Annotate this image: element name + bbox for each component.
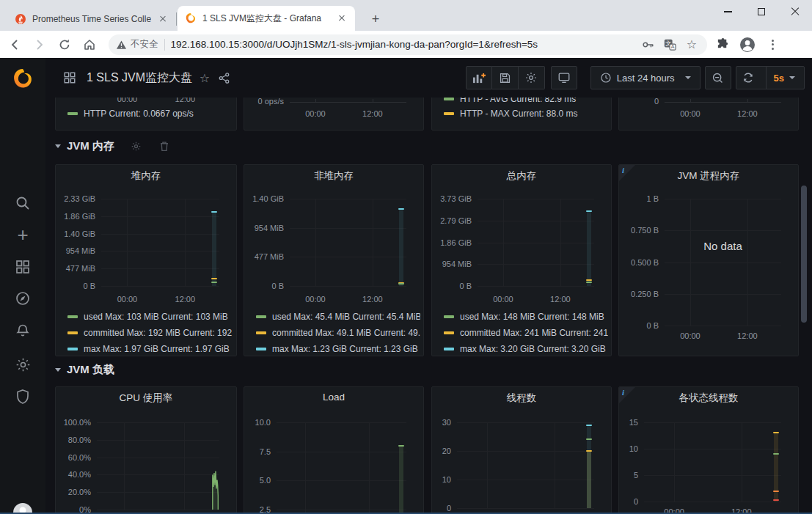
translate-icon[interactable]: 文A	[662, 37, 678, 53]
close-tab-icon[interactable]	[157, 13, 169, 25]
close-tab-icon[interactable]	[336, 12, 348, 24]
address-bar[interactable]: 不安全 192.168.100.15:3000/d/UOJjh1SMz/1-sl…	[109, 34, 707, 55]
shield-icon[interactable]	[0, 386, 45, 407]
new-tab-button[interactable]: +	[367, 10, 384, 28]
home-button[interactable]	[79, 34, 100, 55]
legend-item[interactable]: committed Max: 192 MiB Current: 192 MiB	[67, 326, 233, 339]
add-panel-button[interactable]	[466, 66, 492, 89]
clipped-panel-content: 00:0012:00HTTP Current: 0.0667 ops/s	[56, 98, 236, 130]
legend-swatch	[67, 331, 78, 334]
panel-title[interactable]: JVM 进程内存	[619, 169, 798, 183]
extensions-icon[interactable]	[713, 35, 732, 54]
v-gridline	[127, 199, 128, 286]
plot-area[interactable]: 3.73 GiB2.79 GiB1.86 GiB954 MiB0 B	[478, 199, 594, 286]
series-line	[773, 453, 779, 455]
legend-swatch	[67, 348, 78, 350]
row-trash-icon[interactable]	[159, 141, 169, 152]
prometheus-favicon-icon	[15, 13, 26, 25]
x-tick-label: 00:00	[680, 331, 701, 340]
plot-area[interactable]: 1.40 GiB954 MiB477 MiB0 B	[290, 199, 406, 286]
grafana-logo[interactable]	[0, 65, 45, 93]
plus-icon[interactable]: +	[0, 224, 45, 245]
time-range-picker[interactable]: Last 24 hours	[590, 66, 701, 89]
minimize-button[interactable]	[711, 0, 745, 23]
y-tick-label: 954 MiB	[56, 246, 95, 255]
gear-icon[interactable]	[0, 354, 45, 375]
plot-area[interactable]: 100.0%80.0%60.0%40.0%20.0%0%	[97, 422, 219, 510]
legend-item[interactable]: max Max: 1.97 GiB Current: 1.97 GiB	[67, 342, 233, 356]
legend-item[interactable]: HTTP - MAX Current: 88.0 ms	[432, 106, 611, 121]
legend-item[interactable]: max Max: 3.20 GiB Current: 3.20 GiB	[444, 342, 608, 356]
scrollbar-thumb[interactable]	[801, 186, 807, 323]
reload-button[interactable]	[54, 34, 75, 55]
maximize-button[interactable]	[745, 0, 778, 23]
panel-title[interactable]: 总内存	[432, 169, 611, 183]
profile-avatar[interactable]	[738, 35, 757, 54]
panel-cpu-usage: CPU 使用率100.0%80.0%60.0%40.0%20.0%0%	[55, 386, 237, 514]
y-tick-label: 0 B	[56, 282, 95, 290]
row-gear-icon[interactable]	[131, 141, 142, 152]
plot-area[interactable]: 151050	[644, 422, 781, 502]
bookmark-star-icon[interactable]: ☆	[684, 37, 700, 53]
legend-item[interactable]: committed Max: 49.1 MiB Current: 49.1 Mi…	[256, 326, 420, 339]
plot-area[interactable]: 3020100	[457, 422, 594, 508]
password-key-icon[interactable]	[640, 37, 656, 53]
legend-item[interactable]: used Max: 103 MiB Current: 103 MiB	[67, 310, 233, 323]
series-line	[586, 210, 592, 212]
dashboard-title[interactable]: 1 SLS JVM监控大盘	[87, 70, 192, 86]
y-tick-label: 40.0%	[56, 470, 91, 479]
legend-item[interactable]: committed Max: 241 MiB Current: 241 MiB	[444, 326, 608, 339]
legend-item[interactable]: used Max: 148 MiB Current: 148 MiB	[444, 310, 608, 323]
url-text[interactable]: 192.168.100.15:3000/d/UOJjh1SMz/1-sls-jv…	[171, 39, 634, 50]
legend-label: max Max: 1.97 GiB Current: 1.97 GiB	[84, 344, 230, 354]
forward-button[interactable]	[29, 34, 50, 55]
y-tick-label: 477 MiB	[56, 264, 95, 273]
search-icon[interactable]	[0, 193, 45, 213]
save-dashboard-button[interactable]	[492, 66, 519, 89]
dashboard-settings-button[interactable]	[519, 66, 545, 89]
legend-item[interactable]: HTTP Current: 0.0667 ops/s	[56, 106, 236, 121]
h-gridline	[290, 199, 406, 199]
browser-menu-kebab[interactable]	[763, 35, 782, 54]
divider	[164, 39, 165, 51]
plot-area[interactable]: 2.33 GiB1.86 GiB1.40 GiB954 MiB477 MiB0 …	[101, 199, 219, 286]
tv-cycle-button[interactable]	[551, 66, 577, 89]
dashboard-grid-icon[interactable]	[60, 68, 79, 87]
series-line	[211, 211, 217, 213]
h-gridline	[457, 422, 594, 423]
panel-title[interactable]: 各状态线程数	[619, 392, 798, 405]
x-ticks-row: 00:0012:00	[244, 108, 423, 121]
legend-swatch	[444, 98, 454, 100]
legend-item[interactable]: max Max: 1.23 GiB Current: 1.23 GiB	[256, 342, 420, 356]
series-spike	[97, 422, 219, 510]
legend-item[interactable]: used Max: 45.4 MiB Current: 45.4 MiB	[256, 310, 420, 323]
plot-area[interactable]: 1 B0.750 B0.500 B0.250 B0 BNo data	[665, 199, 781, 326]
dashboards-icon[interactable]	[0, 257, 45, 277]
tab-prometheus[interactable]: Prometheus Time Series Colle	[7, 7, 176, 31]
series-area-fill	[399, 209, 403, 286]
panel-title[interactable]: 堆内存	[56, 169, 236, 183]
section-header[interactable]: JVM 内存	[55, 139, 169, 153]
h-gridline	[290, 286, 406, 287]
bell-icon[interactable]	[0, 320, 45, 341]
dashboard-scroll-area[interactable]: 00:0012:00HTTP Current: 0.0667 ops/s0 op…	[45, 98, 812, 514]
tab-grafana[interactable]: 1 SLS JVM监控大盘 - Grafana	[178, 6, 355, 31]
zoom-out-button[interactable]	[705, 66, 731, 89]
panel-title[interactable]: 线程数	[432, 392, 611, 405]
panel-title[interactable]: Load	[244, 392, 423, 403]
series-line	[586, 425, 592, 426]
share-icon[interactable]	[214, 68, 233, 87]
close-window-button[interactable]	[778, 0, 812, 23]
security-chip[interactable]: 不安全	[116, 38, 158, 51]
section-header[interactable]: JVM 负载	[55, 363, 114, 377]
compass-icon[interactable]	[0, 288, 45, 309]
plot-area[interactable]: 10.07.55.02.5	[277, 422, 406, 514]
refresh-interval-select[interactable]: 5s	[766, 67, 798, 89]
legend-item[interactable]: HTTP - AVG Current: 82.9 ms	[432, 98, 611, 106]
favorite-star-icon[interactable]: ☆	[195, 68, 214, 87]
v-gridline	[503, 199, 504, 286]
back-button[interactable]	[4, 34, 25, 55]
panel-title[interactable]: CPU 使用率	[56, 392, 236, 405]
refresh-button[interactable]	[736, 67, 760, 89]
panel-title[interactable]: 非堆内存	[244, 169, 423, 183]
